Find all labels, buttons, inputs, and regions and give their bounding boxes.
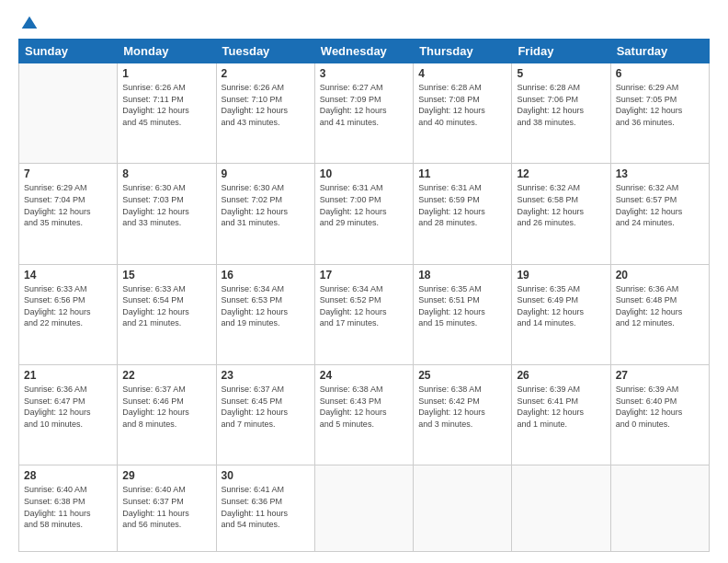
- day-info: Sunrise: 6:37 AM Sunset: 6:46 PM Dayligh…: [122, 384, 210, 430]
- week-row-4: 21Sunrise: 6:36 AM Sunset: 6:47 PM Dayli…: [19, 364, 710, 465]
- calendar-cell: [314, 465, 413, 552]
- day-number: 8: [122, 167, 210, 180]
- calendar-cell: 7Sunrise: 6:29 AM Sunset: 7:04 PM Daylig…: [19, 164, 118, 264]
- day-number: 22: [122, 369, 210, 382]
- day-info: Sunrise: 6:39 AM Sunset: 6:41 PM Dayligh…: [517, 384, 605, 430]
- day-info: Sunrise: 6:41 AM Sunset: 6:36 PM Dayligh…: [222, 484, 310, 530]
- calendar-cell: 9Sunrise: 6:30 AM Sunset: 7:02 PM Daylig…: [216, 164, 314, 264]
- day-info: Sunrise: 6:32 AM Sunset: 6:58 PM Dayligh…: [517, 182, 605, 228]
- day-info: Sunrise: 6:26 AM Sunset: 7:10 PM Dayligh…: [222, 82, 310, 128]
- calendar-cell: 21Sunrise: 6:36 AM Sunset: 6:47 PM Dayli…: [19, 364, 118, 465]
- day-info: Sunrise: 6:33 AM Sunset: 6:56 PM Dayligh…: [24, 283, 112, 329]
- day-info: Sunrise: 6:30 AM Sunset: 7:02 PM Dayligh…: [222, 182, 310, 228]
- calendar-cell: [610, 465, 709, 552]
- day-number: 6: [616, 67, 704, 80]
- week-row-2: 7Sunrise: 6:29 AM Sunset: 7:04 PM Daylig…: [19, 164, 710, 264]
- day-number: 29: [122, 469, 210, 482]
- week-row-1: 1Sunrise: 6:26 AM Sunset: 7:11 PM Daylig…: [19, 63, 710, 164]
- col-header-tuesday: Tuesday: [216, 40, 314, 63]
- day-number: 20: [616, 269, 704, 282]
- day-info: Sunrise: 6:32 AM Sunset: 6:57 PM Dayligh…: [616, 182, 704, 228]
- logo: [18, 15, 39, 29]
- col-header-saturday: Saturday: [610, 40, 709, 63]
- day-info: Sunrise: 6:35 AM Sunset: 6:51 PM Dayligh…: [418, 283, 506, 329]
- day-number: 4: [418, 67, 506, 80]
- week-row-5: 28Sunrise: 6:40 AM Sunset: 6:38 PM Dayli…: [19, 465, 710, 552]
- calendar-cell: 22Sunrise: 6:37 AM Sunset: 6:46 PM Dayli…: [118, 364, 216, 465]
- day-info: Sunrise: 6:31 AM Sunset: 6:59 PM Dayligh…: [418, 182, 506, 228]
- day-number: 25: [418, 369, 506, 382]
- calendar-cell: 6Sunrise: 6:29 AM Sunset: 7:05 PM Daylig…: [610, 63, 709, 164]
- day-number: 3: [320, 67, 408, 80]
- calendar-cell: 3Sunrise: 6:27 AM Sunset: 7:09 PM Daylig…: [314, 63, 413, 164]
- day-info: Sunrise: 6:35 AM Sunset: 6:49 PM Dayligh…: [517, 283, 605, 329]
- col-header-monday: Monday: [118, 40, 216, 63]
- calendar-header-row: SundayMondayTuesdayWednesdayThursdayFrid…: [19, 40, 710, 63]
- col-header-thursday: Thursday: [414, 40, 512, 63]
- day-info: Sunrise: 6:36 AM Sunset: 6:47 PM Dayligh…: [24, 384, 112, 430]
- day-number: 11: [418, 167, 506, 180]
- day-number: 13: [616, 167, 704, 180]
- calendar-cell: 29Sunrise: 6:40 AM Sunset: 6:37 PM Dayli…: [118, 465, 216, 552]
- calendar-cell: 18Sunrise: 6:35 AM Sunset: 6:51 PM Dayli…: [414, 264, 512, 364]
- calendar-cell: 30Sunrise: 6:41 AM Sunset: 6:36 PM Dayli…: [216, 465, 314, 552]
- day-info: Sunrise: 6:33 AM Sunset: 6:54 PM Dayligh…: [122, 283, 210, 329]
- day-info: Sunrise: 6:28 AM Sunset: 7:08 PM Dayligh…: [418, 82, 506, 128]
- day-number: 14: [24, 269, 112, 282]
- day-number: 15: [122, 269, 210, 282]
- calendar-cell: 17Sunrise: 6:34 AM Sunset: 6:52 PM Dayli…: [314, 264, 413, 364]
- day-number: 1: [122, 67, 210, 80]
- day-number: 5: [517, 67, 605, 80]
- day-info: Sunrise: 6:37 AM Sunset: 6:45 PM Dayligh…: [222, 384, 310, 430]
- day-info: Sunrise: 6:26 AM Sunset: 7:11 PM Dayligh…: [122, 82, 210, 128]
- day-info: Sunrise: 6:34 AM Sunset: 6:53 PM Dayligh…: [222, 283, 310, 329]
- calendar-cell: 13Sunrise: 6:32 AM Sunset: 6:57 PM Dayli…: [610, 164, 709, 264]
- calendar-cell: 8Sunrise: 6:30 AM Sunset: 7:03 PM Daylig…: [118, 164, 216, 264]
- day-info: Sunrise: 6:28 AM Sunset: 7:06 PM Dayligh…: [517, 82, 605, 128]
- calendar-cell: 25Sunrise: 6:38 AM Sunset: 6:42 PM Dayli…: [414, 364, 512, 465]
- calendar-cell: 4Sunrise: 6:28 AM Sunset: 7:08 PM Daylig…: [414, 63, 512, 164]
- day-info: Sunrise: 6:27 AM Sunset: 7:09 PM Dayligh…: [320, 82, 408, 128]
- calendar-cell: 2Sunrise: 6:26 AM Sunset: 7:10 PM Daylig…: [216, 63, 314, 164]
- col-header-sunday: Sunday: [19, 40, 118, 63]
- day-number: 28: [24, 469, 112, 482]
- day-info: Sunrise: 6:40 AM Sunset: 6:37 PM Dayligh…: [122, 484, 210, 530]
- day-number: 17: [320, 269, 408, 282]
- day-info: Sunrise: 6:36 AM Sunset: 6:48 PM Dayligh…: [616, 283, 704, 329]
- day-number: 9: [222, 167, 310, 180]
- day-number: 23: [222, 369, 310, 382]
- calendar-cell: 27Sunrise: 6:39 AM Sunset: 6:40 PM Dayli…: [610, 364, 709, 465]
- header: [18, 15, 710, 29]
- calendar-cell: [512, 465, 610, 552]
- day-number: 19: [517, 269, 605, 282]
- calendar: SundayMondayTuesdayWednesdayThursdayFrid…: [18, 39, 710, 552]
- calendar-cell: [19, 63, 118, 164]
- week-row-3: 14Sunrise: 6:33 AM Sunset: 6:56 PM Dayli…: [19, 264, 710, 364]
- calendar-cell: 11Sunrise: 6:31 AM Sunset: 6:59 PM Dayli…: [414, 164, 512, 264]
- calendar-cell: 24Sunrise: 6:38 AM Sunset: 6:43 PM Dayli…: [314, 364, 413, 465]
- day-info: Sunrise: 6:29 AM Sunset: 7:04 PM Dayligh…: [24, 182, 112, 228]
- calendar-cell: 10Sunrise: 6:31 AM Sunset: 7:00 PM Dayli…: [314, 164, 413, 264]
- calendar-cell: 19Sunrise: 6:35 AM Sunset: 6:49 PM Dayli…: [512, 264, 610, 364]
- calendar-cell: 12Sunrise: 6:32 AM Sunset: 6:58 PM Dayli…: [512, 164, 610, 264]
- calendar-cell: 26Sunrise: 6:39 AM Sunset: 6:41 PM Dayli…: [512, 364, 610, 465]
- day-number: 16: [222, 269, 310, 282]
- calendar-cell: 23Sunrise: 6:37 AM Sunset: 6:45 PM Dayli…: [216, 364, 314, 465]
- calendar-cell: [414, 465, 512, 552]
- calendar-cell: 14Sunrise: 6:33 AM Sunset: 6:56 PM Dayli…: [19, 264, 118, 364]
- day-number: 18: [418, 269, 506, 282]
- day-number: 24: [320, 369, 408, 382]
- day-number: 21: [24, 369, 112, 382]
- svg-marker-0: [22, 17, 38, 29]
- day-info: Sunrise: 6:34 AM Sunset: 6:52 PM Dayligh…: [320, 283, 408, 329]
- calendar-cell: 28Sunrise: 6:40 AM Sunset: 6:38 PM Dayli…: [19, 465, 118, 552]
- col-header-wednesday: Wednesday: [314, 40, 413, 63]
- day-info: Sunrise: 6:39 AM Sunset: 6:40 PM Dayligh…: [616, 384, 704, 430]
- day-info: Sunrise: 6:38 AM Sunset: 6:43 PM Dayligh…: [320, 384, 408, 430]
- day-number: 10: [320, 167, 408, 180]
- col-header-friday: Friday: [512, 40, 610, 63]
- calendar-cell: 15Sunrise: 6:33 AM Sunset: 6:54 PM Dayli…: [118, 264, 216, 364]
- day-info: Sunrise: 6:40 AM Sunset: 6:38 PM Dayligh…: [24, 484, 112, 530]
- day-info: Sunrise: 6:31 AM Sunset: 7:00 PM Dayligh…: [320, 182, 408, 228]
- calendar-cell: 16Sunrise: 6:34 AM Sunset: 6:53 PM Dayli…: [216, 264, 314, 364]
